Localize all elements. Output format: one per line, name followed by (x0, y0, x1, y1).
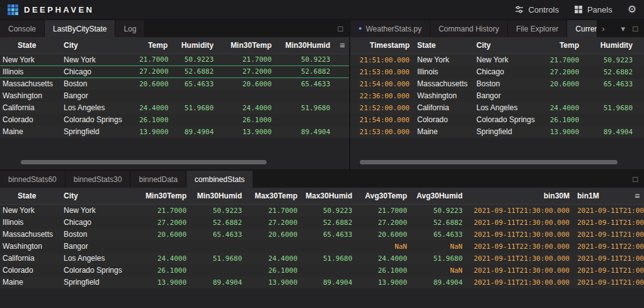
table-row[interactable]: 21:51:00.000New YorkNew York21.700050.92… (350, 54, 644, 66)
table-cell[interactable]: 24.4000 (217, 102, 275, 114)
table-cell[interactable]: Maine (0, 277, 60, 288)
table-cell[interactable]: 21.7000 (356, 205, 411, 217)
table-cell[interactable]: 51.9680 (411, 253, 466, 265)
table-cell[interactable]: 2021-09-11T21:00:00.000 (573, 205, 644, 217)
tab-binneddata[interactable]: binnedData (130, 171, 186, 188)
table-cell[interactable]: 27.2000 (246, 217, 301, 229)
column-header-min30temp[interactable]: Min30Temp (217, 37, 275, 54)
table-cell[interactable]: California (0, 253, 60, 265)
table-cell[interactable]: 20.6000 (246, 229, 301, 241)
table-cell[interactable]: Chicago (60, 217, 135, 229)
table-cell[interactable]: Springfield (473, 126, 539, 138)
table-cell[interactable]: New York (60, 54, 135, 66)
table-cell[interactable] (171, 114, 217, 126)
table-cell[interactable]: 50.9223 (171, 54, 217, 66)
table-cell[interactable]: 13.9000 (135, 277, 190, 288)
table-cell[interactable]: Boston (60, 229, 135, 241)
table-row[interactable]: ColoradoColorado Springs26.100026.1000 (0, 114, 349, 126)
table-row[interactable]: 21:53:00.000MaineSpringfield13.900089.49… (350, 126, 644, 138)
table-row[interactable]: New YorkNew York21.700050.922321.700050.… (0, 205, 644, 217)
table-row[interactable]: CaliforniaLos Angeles24.400051.968024.40… (0, 102, 349, 114)
tab-binnedstats60[interactable]: binnedStats60 (0, 171, 66, 188)
table-cell[interactable]: Washington (0, 241, 60, 253)
column-header-max30humid[interactable]: Max30Humid (301, 188, 356, 204)
table-cell[interactable]: 2021-09-11T21:00:00.000 (573, 253, 644, 265)
table-cell[interactable]: 51.9680 (301, 253, 356, 265)
tab-file-explorer[interactable]: File Explorer (508, 20, 567, 37)
table-cell[interactable]: Boston (60, 78, 135, 90)
table-cell[interactable]: 2021-09-11T21:00:00.000 (573, 265, 644, 277)
table-cell[interactable]: 52.6882 (583, 66, 636, 78)
table-cell[interactable]: 24.4000 (356, 253, 411, 265)
table-cell[interactable]: 24.4000 (539, 102, 583, 114)
scrollbar-thumb[interactable] (360, 160, 618, 164)
table-cell[interactable]: Illinois (0, 66, 60, 77)
table-cell[interactable] (135, 241, 190, 253)
table-cell[interactable]: Massachusetts (413, 78, 473, 90)
table-cell[interactable]: 21:54:00.000 (350, 114, 413, 126)
table-cell[interactable]: 50.9223 (275, 54, 334, 66)
table-cell[interactable]: 51.9680 (171, 102, 217, 114)
table-cell[interactable]: 24.4000 (135, 102, 171, 114)
table-cell[interactable]: Chicago (473, 66, 539, 78)
table-row[interactable]: IllinoisChicago27.200052.688227.200052.6… (0, 217, 644, 229)
table-cell[interactable]: 27.2000 (135, 66, 171, 77)
table-row[interactable]: IllinoisChicago27.200052.688227.200052.6… (0, 66, 349, 78)
table-cell[interactable]: 20.6000 (135, 229, 190, 241)
table-cell[interactable]: 20.6000 (135, 78, 171, 90)
table-cell[interactable] (275, 90, 334, 102)
table-cell[interactable]: Washington (413, 90, 473, 102)
table-cell[interactable]: Los Angeles (60, 253, 135, 265)
table-row[interactable]: WashingtonBangorNaNNaN2021-09-11T22:30:0… (0, 241, 644, 253)
table-cell[interactable]: NaN (411, 265, 466, 277)
table-cell[interactable]: 50.9223 (190, 205, 246, 217)
table-cell[interactable]: 2021-09-11T21:30:00.000 (466, 229, 573, 241)
table-cell[interactable]: Chicago (60, 66, 135, 77)
column-header-timestamp[interactable]: Timestamp (350, 37, 413, 54)
column-header-city[interactable]: City (473, 37, 539, 54)
column-header-humidity[interactable]: Humidity (583, 37, 636, 54)
table-cell[interactable]: 65.4633 (171, 78, 217, 90)
table-cell[interactable]: 21:51:00.000 (350, 54, 413, 66)
table-cell[interactable]: 65.4633 (411, 229, 466, 241)
table-row[interactable]: 22:36:00.000WashingtonBangor (350, 90, 644, 102)
table-cell[interactable]: 2021-09-11T21:30:00.000 (466, 253, 573, 265)
table-cell[interactable]: 26.1000 (356, 265, 411, 277)
table-cell[interactable] (246, 241, 301, 253)
table-cell[interactable]: 26.1000 (539, 114, 583, 126)
table-cell[interactable]: Springfield (60, 126, 135, 138)
table-cell[interactable]: 13.9000 (356, 277, 411, 288)
table-row[interactable]: WashingtonBangor (0, 90, 349, 102)
chevron-down-icon[interactable]: ▾ (621, 24, 626, 33)
table-cell[interactable]: 2021-09-11T21:00:00.000 (573, 217, 644, 229)
table-row[interactable]: 21:52:00.000CaliforniaLos Angeles24.4000… (350, 102, 644, 114)
table-row[interactable]: ColoradoColorado Springs26.100026.100026… (0, 265, 644, 277)
tab-binnedstats30[interactable]: binnedStats30 (66, 171, 131, 188)
table-cell[interactable]: 65.4633 (275, 78, 334, 90)
table-cell[interactable] (301, 241, 356, 253)
table-cell[interactable]: 27.2000 (217, 66, 275, 77)
table-cell[interactable]: Colorado (413, 114, 473, 126)
table-cell[interactable] (301, 265, 356, 277)
table-cell[interactable]: 2021-09-11T22:00:00.000 (573, 241, 644, 253)
table-cell[interactable]: 26.1000 (135, 114, 171, 126)
tab-weatherstats-py[interactable]: ●WeatherStats.py (350, 20, 430, 37)
table-cell[interactable]: Illinois (413, 66, 473, 78)
table-cell[interactable]: California (0, 102, 60, 114)
table-cell[interactable]: Springfield (60, 277, 135, 288)
table-row[interactable]: 21:54:00.000MassachusettsBoston20.600065… (350, 78, 644, 90)
table-cell[interactable]: 50.9223 (411, 205, 466, 217)
table-cell[interactable]: 89.4904 (275, 126, 334, 138)
tab-combinedstats[interactable]: combinedStats (187, 171, 253, 188)
table-cell[interactable]: Los Angeles (60, 102, 135, 114)
table-cell[interactable]: 13.9000 (539, 126, 583, 138)
table-cell[interactable]: 21.7000 (246, 205, 301, 217)
table-cell[interactable]: 22:36:00.000 (350, 90, 413, 102)
controls-button[interactable]: Controls (515, 5, 558, 14)
table-cell[interactable]: Colorado Springs (473, 114, 539, 126)
scrollbar-thumb[interactable] (21, 160, 267, 164)
table-cell[interactable]: 26.1000 (246, 265, 301, 277)
table-cell[interactable]: Bangor (60, 90, 135, 102)
table-cell[interactable]: New York (0, 205, 60, 217)
table-cell[interactable]: 51.9680 (190, 253, 246, 265)
